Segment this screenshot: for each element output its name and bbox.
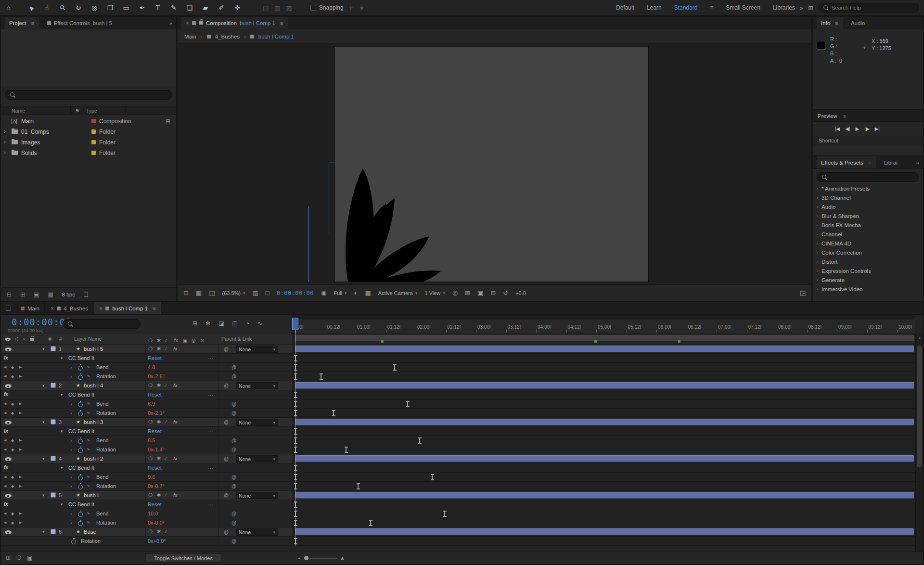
expand-icon[interactable]: › <box>817 205 818 209</box>
effect-reset-link[interactable]: Reset <box>148 465 162 471</box>
effect-reset-link[interactable]: Reset <box>148 428 162 434</box>
expand-icon[interactable]: › <box>817 241 818 246</box>
effects-item-3d-channel[interactable]: ›3D Channel <box>813 193 923 202</box>
property-pick-whip[interactable]: @ <box>231 484 236 489</box>
quality-switch[interactable]: ∕ <box>166 346 167 351</box>
stopwatch-icon[interactable] <box>78 373 83 380</box>
rasterize-switch[interactable]: ✱ <box>157 456 161 461</box>
layer-color-chip[interactable] <box>51 419 56 424</box>
parent-dropdown[interactable]: None▾ <box>236 346 278 353</box>
expand-icon[interactable]: › <box>817 259 818 264</box>
graph-editor-include-icon[interactable]: ∿ <box>87 401 90 406</box>
layer-color-chip[interactable] <box>51 529 56 534</box>
layer-color-chip[interactable] <box>51 383 56 388</box>
property-value[interactable]: 9.6 <box>148 474 155 480</box>
draft-3d-icon[interactable]: ◪ <box>218 320 224 327</box>
effects-item-distort[interactable]: ›Distort <box>813 257 923 266</box>
parent-pick-whip[interactable]: @ <box>224 420 229 425</box>
rasterize-switch[interactable]: ✱ <box>157 492 161 498</box>
composition-canvas[interactable] <box>335 47 648 282</box>
puppet-pin-tool-icon[interactable]: ✜ <box>233 4 242 12</box>
number-column-header[interactable]: # <box>59 336 62 342</box>
layer-name-column-header[interactable]: Layer Name <box>74 336 102 342</box>
property-label[interactable]: Bend <box>96 401 109 407</box>
parent-dropdown[interactable]: None▾ <box>236 382 278 389</box>
add-keyframe-button[interactable]: ◆ <box>11 512 14 516</box>
property-expander[interactable]: › <box>70 437 72 443</box>
panel-menu-icon[interactable]: ≡ <box>868 160 872 166</box>
layer-expander[interactable]: ▾ <box>42 529 45 534</box>
shy-switch[interactable]: ❍ <box>148 383 153 388</box>
parent-column-header[interactable]: Parent & Link <box>221 336 252 342</box>
expand-icon[interactable]: › <box>817 186 818 191</box>
effects-item-color-correction[interactable]: ›Color Correction <box>813 248 923 257</box>
transform-box-icon[interactable]: ▣ <box>27 554 32 561</box>
property-expander[interactable]: › <box>70 364 72 370</box>
property-pick-whip[interactable]: @ <box>231 511 236 516</box>
layer-duration-bar[interactable] <box>295 528 914 535</box>
trash-icon[interactable] <box>84 292 88 297</box>
layer-row[interactable]: ▾6★Base❍✱∕@None▾ <box>1 527 293 537</box>
property-label[interactable]: Bend <box>96 511 109 516</box>
property-value[interactable]: 6.9 <box>148 401 155 407</box>
previous-frame-button[interactable]: ◀| <box>845 126 850 131</box>
expand-icon[interactable]: › <box>4 139 6 145</box>
property-value[interactable]: 0x-0.0° <box>148 520 165 526</box>
grid-guides-icon[interactable]: ⊞ <box>465 289 470 296</box>
add-keyframe-button[interactable]: ◆ <box>11 411 14 415</box>
layer-duration-bar[interactable] <box>295 382 914 389</box>
layer-row[interactable]: ▾5★bush l❍✱∕fx@None▾ <box>1 491 293 500</box>
keyframe[interactable] <box>320 373 323 380</box>
expand-icon[interactable]: › <box>4 128 6 135</box>
effects-item-immersive-video[interactable]: ›Immersive Video <box>813 284 923 294</box>
shape-tool-icon[interactable]: ▭ <box>122 4 130 12</box>
expand-icon[interactable]: › <box>817 250 818 255</box>
prev-keyframe-button[interactable]: ◀ <box>4 411 6 415</box>
effects-search[interactable] <box>817 172 919 182</box>
add-keyframe-button[interactable]: ◆ <box>11 475 14 479</box>
workspace-default[interactable]: Default <box>616 4 634 11</box>
project-row[interactable]: ›01_CompsFolder <box>1 127 176 137</box>
mask-visibility-icon[interactable]: ◎ <box>452 289 458 296</box>
camera-dropdown[interactable]: Active Camera▾ <box>378 290 418 296</box>
effects-item-expression-controls[interactable]: ›Expression Controls <box>813 266 923 275</box>
expand-icon[interactable]: › <box>817 223 818 228</box>
first-frame-button[interactable]: |◀ <box>835 126 840 131</box>
keyframe[interactable] <box>418 437 422 444</box>
keyframe[interactable] <box>393 364 397 371</box>
effect-options-dots[interactable]: … <box>208 354 213 360</box>
effect-name[interactable]: CC Bend It <box>68 465 94 471</box>
workspace-grid-icon[interactable]: ⊞ <box>808 4 813 12</box>
parent-pick-whip[interactable]: @ <box>224 383 229 388</box>
effect-row[interactable]: fx▾CC Bend ItReset… <box>1 390 293 399</box>
motion-blur-icon[interactable]: ◔ <box>246 320 249 327</box>
expand-icon[interactable]: › <box>817 232 818 237</box>
prev-keyframe-button[interactable]: ◀ <box>4 448 6 451</box>
play-button[interactable]: ▶ <box>856 126 860 131</box>
live-update-icon[interactable]: ✻ <box>205 320 210 327</box>
graph-editor-include-icon[interactable]: ∿ <box>87 474 90 479</box>
property-value[interactable]: 0x+0.0° <box>148 538 166 544</box>
panel-overflow-icon[interactable]: » <box>169 20 172 26</box>
keyframe[interactable] <box>357 483 360 489</box>
timeline-tab-main[interactable]: Main <box>16 302 45 314</box>
property-pick-whip[interactable]: @ <box>231 374 236 379</box>
view-layout-dropdown[interactable]: 1 View▾ <box>424 290 445 296</box>
effect-expander[interactable]: ▾ <box>61 502 63 507</box>
color-depth-button[interactable]: 8 bpc <box>62 292 75 297</box>
add-keyframe-button[interactable]: ◆ <box>11 374 14 379</box>
effect-name[interactable]: CC Bend It <box>68 428 94 434</box>
expand-icon[interactable]: › <box>817 287 818 292</box>
effect-expander[interactable]: ▾ <box>61 356 63 360</box>
rasterize-switch[interactable]: ✱ <box>157 419 161 424</box>
region-of-interest-icon[interactable]: □ <box>266 289 270 296</box>
property-row[interactable]: ◀◆▶›∿Rotation0x-2.1°@ <box>1 409 293 418</box>
workspace-small-screen[interactable]: Small Screen <box>726 4 760 11</box>
graph-editor-include-icon[interactable]: ∿ <box>87 373 90 378</box>
effect-expander[interactable]: ▾ <box>61 392 63 397</box>
transparency-grid-icon[interactable]: ▩ <box>365 289 371 296</box>
effect-options-dots[interactable]: … <box>208 501 213 506</box>
property-pick-whip[interactable]: @ <box>231 475 236 480</box>
effect-options-dots[interactable]: … <box>208 391 213 397</box>
property-expander[interactable]: › <box>70 483 72 489</box>
